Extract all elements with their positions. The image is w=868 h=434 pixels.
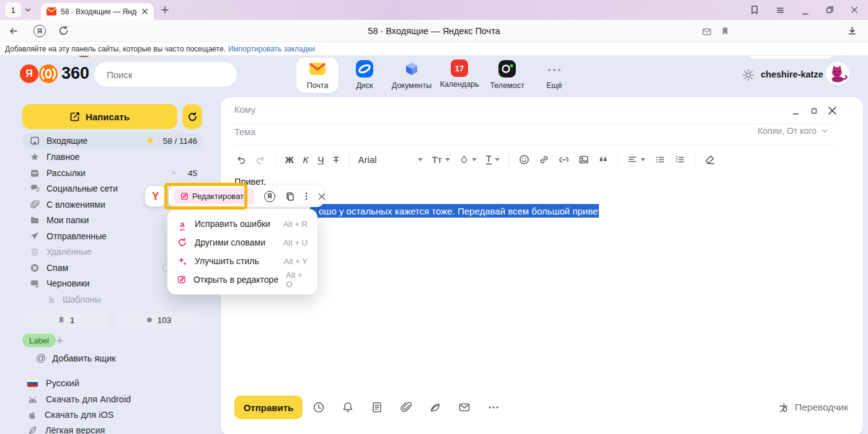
attach-file-icon[interactable] [400,401,412,414]
undo-icon[interactable] [236,154,246,165]
menu-item-fix-errors[interactable]: a Исправить ошибки Alt + R [167,215,317,233]
more-options-icon[interactable] [487,401,500,414]
popup-close-icon[interactable] [317,192,326,201]
align-dropdown[interactable] [627,154,645,164]
italic-icon[interactable]: К [303,154,309,165]
cc-from-toggle[interactable]: Копии, От кого [758,126,828,136]
tab-list-chevron-icon[interactable] [24,6,32,14]
emoji-icon[interactable] [519,154,529,165]
selected-text[interactable]: ошо у остальных кажется тоже. Передавай … [310,204,599,218]
quote-icon[interactable] [598,155,608,164]
notes-icon[interactable] [371,401,383,414]
close-window-icon[interactable] [850,6,859,14]
cat-avatar-icon [826,62,849,86]
folder-inbox[interactable]: Входящие 58 / 1146 [22,133,202,149]
refresh-mail-button[interactable] [182,104,202,129]
attach-from-mail-icon[interactable] [458,401,471,414]
folder-newsletters[interactable]: Рассылки 45 [22,165,202,181]
image-icon[interactable] [578,154,589,165]
minimize-window-icon[interactable] [801,7,810,16]
settings-gear-icon[interactable] [742,69,755,81]
translator-toggle[interactable]: Переводчик [777,396,848,419]
add-label-icon[interactable] [56,337,64,345]
address-bar: Я mail.yandex.ru 58 · Входящие — Яндекс … [0,20,868,42]
unread-pill[interactable]: 103 [116,312,202,328]
strikethrough-icon[interactable]: Т [333,154,339,165]
service-disk[interactable]: Диск [339,60,391,90]
mail-notify-icon[interactable] [702,27,712,37]
restore-window-icon[interactable] [825,5,835,14]
bullet-list-icon[interactable] [655,154,665,165]
tab-counter[interactable]: 1 [5,2,21,17]
text-color-dropdown[interactable]: Т [486,154,500,165]
compose-button[interactable]: Написать [22,104,177,129]
font-size-dropdown[interactable]: Tт [432,154,450,165]
service-more[interactable]: Ещё [528,60,580,90]
compose-minimize-icon[interactable] [791,107,800,117]
add-mailbox-row[interactable]: @ Добавить ящик [36,351,116,366]
to-field[interactable]: Кому [234,105,255,115]
compose-close-icon[interactable] [827,105,838,116]
search-box[interactable] [94,62,237,87]
side-panel-icon[interactable] [750,5,760,15]
menu-item-open-editor[interactable]: Открыть в редакторе Alt + O [167,270,317,289]
browser-y-badge[interactable]: Y [145,186,166,206]
numbered-list-icon[interactable] [675,154,685,165]
service-calendar[interactable]: 17 Календарь [433,60,485,89]
user-name[interactable]: cheshire-katze [761,69,823,79]
service-telemost[interactable]: Телемост [481,60,533,90]
tab-close-icon[interactable] [141,8,148,15]
label-tag[interactable]: Label [22,334,56,347]
bold-icon[interactable]: Ж [285,154,294,165]
search-input[interactable] [107,69,230,80]
browser-logo-icon[interactable]: Я [33,25,46,37]
menu-item-improve-style[interactable]: Улучшить стиль Alt + Y [167,252,317,270]
bookmark-icon[interactable] [720,26,730,38]
browser-tab[interactable]: 58 · Входящие — Яндек [41,3,154,20]
footer-link-label: Русский [46,378,79,388]
back-icon[interactable] [9,26,19,36]
attach-from-disk-icon[interactable] [429,401,441,414]
bookmarks-pill[interactable]: 1 [22,312,110,328]
eraser-icon[interactable] [704,154,715,165]
compose-expand-icon[interactable] [810,107,818,115]
light-version-link[interactable]: Лёгкая версия [27,423,105,434]
reminder-bell-icon[interactable] [342,401,354,414]
logo-360-circle[interactable] [39,64,58,86]
bookmarks-hint: Добавляйте на эту панель сайты, которые … [5,45,226,53]
folder-label: Главное [46,152,197,162]
send-button[interactable]: Отправить [234,396,303,419]
toolbar-separator [618,153,618,166]
alice-search-icon[interactable]: Я [264,191,275,202]
highlight-color-dropdown[interactable] [459,155,477,164]
compose-pencil-icon [70,112,80,122]
service-docs[interactable]: Документы [386,60,438,90]
link-icon[interactable] [539,154,549,165]
folder-important[interactable]: Главное [22,149,202,165]
ios-link[interactable]: Скачать для iOS [27,407,113,422]
android-link[interactable]: Скачать для Android [27,392,131,407]
open-editor-icon [177,275,186,285]
popup-more-icon[interactable] [305,192,308,201]
new-tab-button[interactable] [160,5,170,15]
schedule-clock-icon[interactable] [312,401,325,414]
language-link[interactable]: Русский [27,376,79,391]
redo-icon[interactable] [255,154,266,165]
copy-icon[interactable] [285,192,295,202]
refresh-icon[interactable] [58,25,69,36]
inbox-icon [30,136,40,146]
logo-ya-circle[interactable]: Я [20,64,38,83]
underline-icon[interactable]: Ч [317,154,324,165]
menu-item-label: Исправить ошибки [195,219,276,229]
menu-item-rephrase[interactable]: Другими словами Alt + U [167,233,317,252]
import-bookmarks-link[interactable]: Импортировать закладки [228,45,315,53]
font-family-dropdown[interactable]: Arial [358,154,423,165]
avatar[interactable] [826,62,849,86]
cc-from-label: Копии, От кого [758,126,817,136]
download-icon[interactable] [847,25,857,36]
browser-menu-icon[interactable] [776,6,785,15]
service-mail[interactable]: Почта [291,60,343,90]
anchor-link-icon[interactable] [559,154,569,165]
service-label: Ещё [546,81,562,90]
subject-field[interactable]: Тема [234,127,255,137]
